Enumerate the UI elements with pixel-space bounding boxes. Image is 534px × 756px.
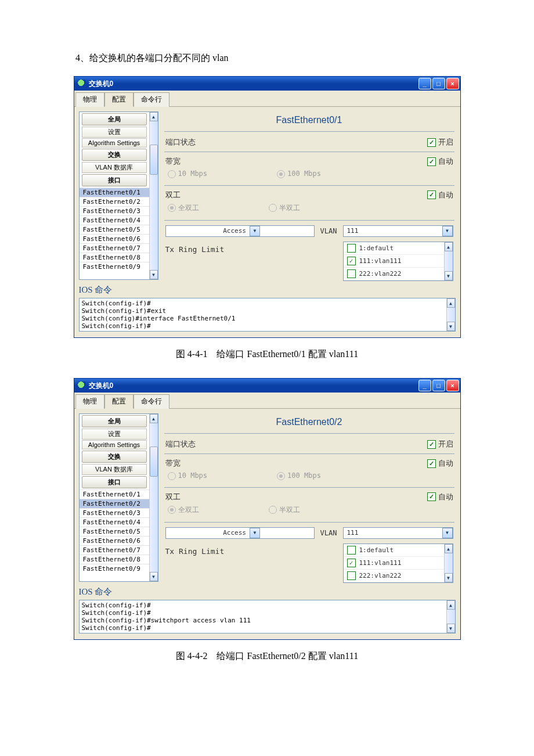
sidebar-port-5[interactable]: FastEthernet0/5 — [80, 225, 149, 234]
vlan-option-222[interactable]: 222:vlan222 — [344, 268, 453, 280]
sidebar-cat-switch[interactable]: 交换 — [82, 149, 147, 161]
scroll-thumb[interactable] — [150, 145, 158, 175]
scroll-up-icon[interactable]: ▲ — [150, 112, 158, 121]
mode-select[interactable]: Access ▼ — [165, 527, 315, 539]
sidebar-cat-switch[interactable]: 交换 — [82, 451, 147, 463]
chevron-down-icon[interactable]: ▼ — [442, 528, 453, 538]
scroll-thumb[interactable] — [150, 447, 158, 477]
bw-100-radio[interactable] — [277, 170, 285, 178]
scroll-down-icon[interactable]: ▼ — [445, 271, 453, 280]
vlan-opt-chk[interactable] — [347, 244, 356, 253]
half-duplex-radio[interactable] — [269, 506, 277, 514]
full-duplex-radio[interactable] — [168, 506, 176, 514]
sidebar-port-3[interactable]: FastEthernet0/3 — [80, 508, 149, 517]
sidebar-port-7[interactable]: FastEthernet0/7 — [80, 545, 149, 555]
scroll-up-icon[interactable]: ▲ — [445, 544, 453, 553]
sidebar-port-9[interactable]: FastEthernet0/9 — [80, 564, 149, 573]
sidebar-port-3[interactable]: FastEthernet0/3 — [80, 206, 149, 215]
chevron-down-icon[interactable]: ▼ — [442, 226, 453, 236]
scroll-up-icon[interactable]: ▲ — [150, 414, 158, 423]
sidebar-port-6[interactable]: FastEthernet0/6 — [80, 536, 149, 545]
vlan-option-default[interactable]: 1:default — [344, 242, 453, 255]
vlan-opt-label: 222:vlan222 — [359, 270, 402, 278]
vlan-select[interactable]: 111 ▼ — [343, 527, 453, 539]
scroll-down-icon[interactable]: ▼ — [150, 270, 158, 279]
tab-physical[interactable]: 物理 — [75, 92, 104, 107]
sidebar-port-1[interactable]: FastEthernet0/1 — [80, 489, 149, 499]
scroll-down-icon[interactable]: ▼ — [445, 573, 453, 582]
minimize-button[interactable]: _ — [418, 78, 431, 89]
tab-bar: 物理 配置 命令行 — [74, 91, 460, 107]
sidebar-cat-interface[interactable]: 接口 — [82, 174, 147, 186]
maximize-button[interactable]: □ — [432, 380, 445, 391]
titlebar: 交换机0 _ □ × — [74, 379, 460, 393]
vlan-option-111[interactable]: 111:vlan111 — [344, 557, 453, 570]
vlan-option-222[interactable]: 222:vlan222 — [344, 570, 453, 582]
sidebar-port-4[interactable]: FastEthernet0/4 — [80, 517, 149, 527]
half-duplex-radio[interactable] — [269, 204, 277, 212]
scroll-down-icon[interactable]: ▼ — [447, 322, 455, 331]
bw-10-radio[interactable] — [168, 170, 176, 178]
sidebar: 全局 设置 Algorithm Settings 交换 VLAN 数据库 接口 … — [79, 111, 158, 280]
scroll-up-icon[interactable]: ▲ — [447, 298, 455, 308]
bw-10-radio[interactable] — [168, 472, 176, 480]
dropdown-scrollbar[interactable]: ▲ ▼ — [444, 544, 453, 582]
sidebar-port-6[interactable]: FastEthernet0/6 — [80, 234, 149, 243]
duplex-auto-checkbox[interactable] — [427, 492, 436, 501]
sidebar-scrollbar[interactable]: ▲ ▼ — [149, 112, 158, 279]
sidebar-port-4[interactable]: FastEthernet0/4 — [80, 215, 149, 225]
sidebar-item-vlandb[interactable]: VLAN 数据库 — [82, 162, 147, 173]
tab-cli[interactable]: 命令行 — [134, 92, 169, 107]
dropdown-scrollbar[interactable]: ▲ ▼ — [444, 242, 453, 280]
vlan-opt-chk[interactable] — [347, 571, 356, 580]
maximize-button[interactable]: □ — [432, 78, 445, 89]
duplex-auto-checkbox[interactable] — [427, 190, 436, 199]
tab-config[interactable]: 配置 — [104, 92, 134, 107]
tab-config[interactable]: 配置 — [104, 394, 134, 409]
chevron-down-icon[interactable]: ▼ — [250, 528, 260, 538]
bw-100-radio[interactable] — [277, 472, 285, 480]
sidebar-item-algorithm[interactable]: Algorithm Settings — [82, 138, 147, 147]
sidebar-cat-global[interactable]: 全局 — [82, 415, 147, 427]
port-status-checkbox[interactable] — [427, 138, 436, 147]
sidebar-cat-global[interactable]: 全局 — [82, 113, 147, 125]
vlan-opt-chk[interactable] — [347, 559, 356, 567]
scroll-down-icon[interactable]: ▼ — [447, 624, 455, 633]
port-status-checkbox[interactable] — [427, 440, 436, 449]
mode-select[interactable]: Access ▼ — [165, 225, 315, 237]
sidebar-port-7[interactable]: FastEthernet0/7 — [80, 243, 149, 253]
sidebar-port-8[interactable]: FastEthernet0/8 — [80, 253, 149, 262]
sidebar-port-5[interactable]: FastEthernet0/5 — [80, 527, 149, 536]
sidebar-port-2[interactable]: FastEthernet0/2 — [80, 499, 149, 508]
ios-scrollbar[interactable]: ▲ ▼ — [446, 600, 455, 633]
minimize-button[interactable]: _ — [418, 380, 431, 391]
sidebar-port-9[interactable]: FastEthernet0/9 — [80, 262, 149, 271]
sidebar-port-2[interactable]: FastEthernet0/2 — [80, 197, 149, 206]
tab-physical[interactable]: 物理 — [75, 394, 104, 409]
vlan-opt-chk[interactable] — [347, 257, 356, 265]
sidebar-scrollbar[interactable]: ▲ ▼ — [149, 414, 158, 581]
sidebar-cat-interface[interactable]: 接口 — [82, 476, 147, 488]
vlan-select[interactable]: 111 ▼ — [343, 225, 453, 237]
sidebar-port-8[interactable]: FastEthernet0/8 — [80, 555, 149, 564]
close-button[interactable]: × — [446, 380, 459, 391]
sidebar-item-settings[interactable]: 设置 — [82, 429, 147, 440]
sidebar-item-algorithm[interactable]: Algorithm Settings — [82, 440, 147, 449]
sidebar-item-vlandb[interactable]: VLAN 数据库 — [82, 464, 147, 475]
vlan-opt-chk[interactable] — [347, 546, 356, 555]
vlan-option-default[interactable]: 1:default — [344, 544, 453, 557]
close-button[interactable]: × — [446, 78, 459, 89]
bandwidth-auto-checkbox[interactable] — [427, 459, 436, 468]
scroll-up-icon[interactable]: ▲ — [447, 600, 455, 610]
sidebar-item-settings[interactable]: 设置 — [82, 127, 147, 138]
vlan-opt-chk[interactable] — [347, 269, 356, 278]
tab-cli[interactable]: 命令行 — [134, 394, 169, 409]
scroll-down-icon[interactable]: ▼ — [150, 572, 158, 581]
full-duplex-radio[interactable] — [168, 204, 176, 212]
bandwidth-auto-checkbox[interactable] — [427, 157, 436, 166]
ios-scrollbar[interactable]: ▲ ▼ — [446, 298, 455, 331]
scroll-up-icon[interactable]: ▲ — [445, 242, 453, 251]
sidebar-port-1[interactable]: FastEthernet0/1 — [80, 188, 149, 197]
vlan-option-111[interactable]: 111:vlan111 — [344, 255, 453, 268]
chevron-down-icon[interactable]: ▼ — [250, 226, 260, 236]
